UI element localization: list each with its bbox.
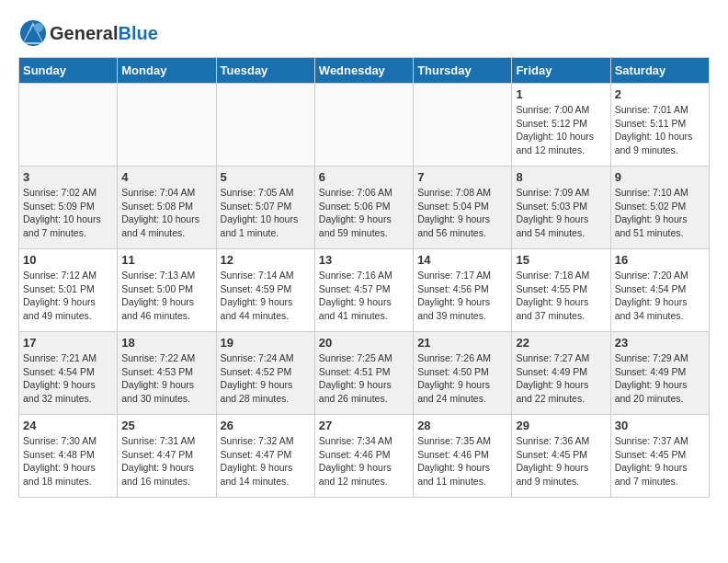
calendar-row: 10Sunrise: 7:12 AMSunset: 5:01 PMDayligh… — [19, 249, 710, 332]
calendar-cell: 1Sunrise: 7:00 AMSunset: 5:12 PMDaylight… — [512, 84, 610, 167]
cell-info: Sunrise: 7:02 AMSunset: 5:09 PMDaylight:… — [23, 186, 113, 240]
calendar-cell — [314, 84, 413, 167]
day-number: 23 — [615, 336, 705, 350]
calendar-cell: 21Sunrise: 7:26 AMSunset: 4:50 PMDayligh… — [414, 332, 512, 415]
day-number: 16 — [615, 253, 705, 267]
weekday-header: Tuesday — [216, 58, 314, 84]
weekday-header: Sunday — [19, 58, 118, 84]
day-number: 12 — [221, 253, 311, 267]
cell-info: Sunrise: 7:22 AMSunset: 4:53 PMDaylight:… — [121, 351, 211, 406]
cell-info: Sunrise: 7:12 AMSunset: 5:01 PMDaylight:… — [23, 269, 113, 323]
day-number: 15 — [516, 253, 606, 267]
cell-info: Sunrise: 7:09 AMSunset: 5:03 PMDaylight:… — [516, 186, 606, 240]
weekday-header: Wednesday — [314, 58, 413, 84]
calendar-cell: 27Sunrise: 7:34 AMSunset: 4:46 PMDayligh… — [314, 415, 413, 498]
cell-info: Sunrise: 7:24 AMSunset: 4:52 PMDaylight:… — [221, 351, 311, 406]
calendar-cell: 3Sunrise: 7:02 AMSunset: 5:09 PMDaylight… — [19, 167, 118, 249]
day-number: 8 — [516, 170, 606, 184]
calendar-cell: 6Sunrise: 7:06 AMSunset: 5:06 PMDaylight… — [314, 167, 413, 249]
day-number: 6 — [319, 170, 409, 184]
calendar-table: SundayMondayTuesdayWednesdayThursdayFrid… — [18, 57, 710, 498]
calendar-cell — [216, 84, 314, 167]
weekday-header: Saturday — [610, 58, 709, 84]
cell-info: Sunrise: 7:13 AMSunset: 5:00 PMDaylight:… — [121, 269, 211, 323]
calendar-cell: 22Sunrise: 7:27 AMSunset: 4:49 PMDayligh… — [512, 332, 610, 415]
calendar-row: 3Sunrise: 7:02 AMSunset: 5:09 PMDaylight… — [19, 167, 710, 249]
day-number: 19 — [221, 336, 311, 350]
weekday-header-row: SundayMondayTuesdayWednesdayThursdayFrid… — [19, 58, 710, 84]
calendar-cell: 7Sunrise: 7:08 AMSunset: 5:04 PMDaylight… — [414, 167, 512, 249]
day-number: 28 — [417, 419, 507, 432]
day-number: 21 — [417, 336, 507, 350]
day-number: 3 — [23, 170, 113, 184]
cell-info: Sunrise: 7:37 AMSunset: 4:45 PMDaylight:… — [615, 434, 705, 488]
calendar-cell: 11Sunrise: 7:13 AMSunset: 5:00 PMDayligh… — [118, 249, 216, 332]
day-number: 29 — [516, 419, 606, 432]
calendar-cell — [118, 84, 216, 167]
calendar-cell: 12Sunrise: 7:14 AMSunset: 4:59 PMDayligh… — [216, 249, 314, 332]
cell-info: Sunrise: 7:00 AMSunset: 5:12 PMDaylight:… — [516, 103, 606, 157]
svg-point-3 — [34, 23, 43, 32]
day-number: 7 — [417, 170, 507, 184]
cell-info: Sunrise: 7:17 AMSunset: 4:56 PMDaylight:… — [417, 269, 507, 323]
calendar-cell: 16Sunrise: 7:20 AMSunset: 4:54 PMDayligh… — [610, 249, 709, 332]
cell-info: Sunrise: 7:29 AMSunset: 4:49 PMDaylight:… — [615, 351, 705, 406]
day-number: 26 — [221, 419, 311, 432]
day-number: 30 — [615, 419, 705, 432]
cell-info: Sunrise: 7:05 AMSunset: 5:07 PMDaylight:… — [221, 186, 311, 240]
day-number: 4 — [121, 170, 211, 184]
calendar-cell — [19, 84, 118, 167]
day-number: 5 — [221, 170, 311, 184]
cell-info: Sunrise: 7:06 AMSunset: 5:06 PMDaylight:… — [319, 186, 409, 240]
day-number: 24 — [23, 419, 113, 432]
calendar-cell: 20Sunrise: 7:25 AMSunset: 4:51 PMDayligh… — [314, 332, 413, 415]
calendar-cell: 9Sunrise: 7:10 AMSunset: 5:02 PMDaylight… — [610, 167, 709, 249]
calendar-cell: 25Sunrise: 7:31 AMSunset: 4:47 PMDayligh… — [118, 415, 216, 498]
calendar-cell: 14Sunrise: 7:17 AMSunset: 4:56 PMDayligh… — [414, 249, 512, 332]
cell-info: Sunrise: 7:16 AMSunset: 4:57 PMDaylight:… — [319, 269, 409, 323]
calendar-cell: 18Sunrise: 7:22 AMSunset: 4:53 PMDayligh… — [118, 332, 216, 415]
cell-info: Sunrise: 7:14 AMSunset: 4:59 PMDaylight:… — [221, 269, 311, 323]
calendar-cell: 24Sunrise: 7:30 AMSunset: 4:48 PMDayligh… — [19, 415, 118, 498]
calendar-cell: 17Sunrise: 7:21 AMSunset: 4:54 PMDayligh… — [19, 332, 118, 415]
calendar-cell: 26Sunrise: 7:32 AMSunset: 4:47 PMDayligh… — [216, 415, 314, 498]
cell-info: Sunrise: 7:20 AMSunset: 4:54 PMDaylight:… — [615, 269, 705, 323]
cell-info: Sunrise: 7:01 AMSunset: 5:11 PMDaylight:… — [615, 103, 705, 157]
logo-icon — [18, 18, 48, 48]
day-number: 14 — [417, 253, 507, 267]
day-number: 27 — [319, 419, 409, 432]
page-header: GeneralBlue — [18, 18, 710, 48]
day-number: 11 — [121, 253, 211, 267]
weekday-header: Friday — [512, 58, 610, 84]
calendar-cell: 23Sunrise: 7:29 AMSunset: 4:49 PMDayligh… — [610, 332, 709, 415]
logo: GeneralBlue — [18, 18, 158, 48]
calendar-cell: 28Sunrise: 7:35 AMSunset: 4:46 PMDayligh… — [414, 415, 512, 498]
cell-info: Sunrise: 7:27 AMSunset: 4:49 PMDaylight:… — [516, 351, 606, 406]
cell-info: Sunrise: 7:30 AMSunset: 4:48 PMDaylight:… — [23, 434, 113, 488]
day-number: 25 — [121, 419, 211, 432]
calendar-cell: 5Sunrise: 7:05 AMSunset: 5:07 PMDaylight… — [216, 167, 314, 249]
calendar-cell: 2Sunrise: 7:01 AMSunset: 5:11 PMDaylight… — [610, 84, 709, 167]
day-number: 22 — [516, 336, 606, 350]
calendar-cell: 15Sunrise: 7:18 AMSunset: 4:55 PMDayligh… — [512, 249, 610, 332]
cell-info: Sunrise: 7:36 AMSunset: 4:45 PMDaylight:… — [516, 434, 606, 488]
calendar-cell: 8Sunrise: 7:09 AMSunset: 5:03 PMDaylight… — [512, 167, 610, 249]
cell-info: Sunrise: 7:31 AMSunset: 4:47 PMDaylight:… — [121, 434, 211, 488]
cell-info: Sunrise: 7:34 AMSunset: 4:46 PMDaylight:… — [319, 434, 409, 488]
day-number: 20 — [319, 336, 409, 350]
day-number: 17 — [23, 336, 113, 350]
cell-info: Sunrise: 7:26 AMSunset: 4:50 PMDaylight:… — [417, 351, 507, 406]
calendar-cell: 10Sunrise: 7:12 AMSunset: 5:01 PMDayligh… — [19, 249, 118, 332]
calendar-cell: 4Sunrise: 7:04 AMSunset: 5:08 PMDaylight… — [118, 167, 216, 249]
day-number: 2 — [615, 87, 705, 101]
calendar-cell: 13Sunrise: 7:16 AMSunset: 4:57 PMDayligh… — [314, 249, 413, 332]
weekday-header: Thursday — [414, 58, 512, 84]
day-number: 10 — [23, 253, 113, 267]
day-number: 9 — [615, 170, 705, 184]
cell-info: Sunrise: 7:04 AMSunset: 5:08 PMDaylight:… — [121, 186, 211, 240]
cell-info: Sunrise: 7:08 AMSunset: 5:04 PMDaylight:… — [417, 186, 507, 240]
cell-info: Sunrise: 7:21 AMSunset: 4:54 PMDaylight:… — [23, 351, 113, 406]
calendar-cell: 30Sunrise: 7:37 AMSunset: 4:45 PMDayligh… — [610, 415, 709, 498]
cell-info: Sunrise: 7:32 AMSunset: 4:47 PMDaylight:… — [221, 434, 311, 488]
day-number: 13 — [319, 253, 409, 267]
